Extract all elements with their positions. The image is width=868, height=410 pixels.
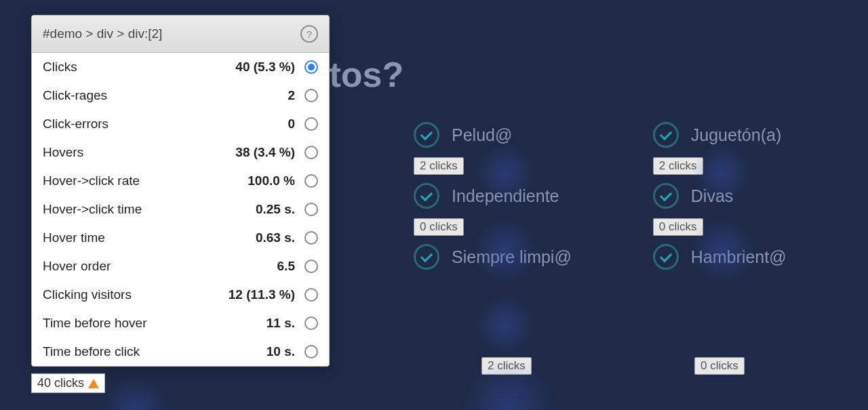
css-selector-path: #demo > div > div:[2] [43,26,162,41]
metric-radio[interactable] [304,288,318,302]
feature-label: Siempre limpi@ [452,247,572,267]
metric-value: 100.0 % [248,173,295,188]
metric-label: Hovers [43,145,235,160]
check-icon [414,244,439,270]
click-count-badge: 2 clicks [653,157,703,175]
feature-label: Divas [691,186,734,206]
metric-row[interactable]: Hovers38 (3.4 %) [32,138,329,167]
metric-radio[interactable] [304,345,318,358]
metric-radio[interactable] [304,231,318,245]
feature-item-jugueton[interactable]: Juguetón(a) [653,122,787,148]
selected-element-badge: 40 clicks [31,373,105,393]
metric-value: 6.5 [277,259,295,274]
feature-label: Pelud@ [452,125,512,145]
metric-row[interactable]: Hover order6.5 [32,252,329,281]
panel-header: #demo > div > div:[2] ? [32,16,329,53]
metric-row[interactable]: Click-rages2 [32,81,329,110]
metric-row[interactable]: Hover time0.63 s. [32,224,329,252]
metric-radio[interactable] [304,60,318,74]
feature-label: Independiente [452,186,559,206]
metric-radio[interactable] [304,146,318,159]
feature-column-2: Juguetón(a) 2 clicks Divas 0 clicks Hamb… [653,122,787,274]
click-count-badge: 2 clicks [414,157,464,175]
metric-label: Time before hover [43,316,267,331]
metric-value: 10 s. [267,344,295,359]
metric-value: 38 (3.4 %) [235,145,295,160]
check-icon [414,122,439,148]
metric-value: 0.25 s. [256,202,295,217]
metric-row[interactable]: Clicking visitors12 (11.3 %) [32,281,329,309]
metrics-panel: #demo > div > div:[2] ? Clicks40 (5.3 %)… [31,15,330,367]
feature-label: Juguetón(a) [691,125,781,145]
metric-value: 2 [288,88,295,103]
metric-radio[interactable] [304,316,318,330]
metric-row[interactable]: Hover->click time0.25 s. [32,195,329,224]
triangle-up-icon [88,379,99,388]
metric-label: Time before click [43,344,267,359]
metric-value: 40 (5.3 %) [235,60,295,75]
metric-label: Hover->click time [43,202,256,217]
metric-radio[interactable] [304,203,318,216]
metric-value: 0.63 s. [256,230,295,245]
click-count-badge: 0 clicks [653,218,703,236]
metric-row[interactable]: Hover->click rate100.0 % [32,167,329,195]
click-count-badge: 0 clicks [414,218,464,236]
metric-row[interactable]: Time before hover11 s. [32,309,329,337]
feature-item-siempre-limpio[interactable]: 0 clicks Siempre limpi@ [414,244,572,270]
metric-radio[interactable] [304,174,318,188]
metric-label: Click-errors [43,117,288,131]
metric-label: Click-rages [43,88,288,103]
metric-radio[interactable] [304,117,318,131]
check-icon [653,244,679,270]
metric-radio[interactable] [304,89,318,102]
click-count-badge: 2 clicks [481,357,532,375]
metric-row[interactable]: Click-errors0 [32,110,329,138]
feature-item-divas[interactable]: 2 clicks Divas [653,183,787,209]
metric-label: Hover order [43,259,277,274]
badge-text: 40 clicks [37,376,84,390]
metric-value: 11 s. [267,316,295,331]
help-icon[interactable]: ? [300,25,318,43]
metrics-list: Clicks40 (5.3 %)Click-rages2Click-errors… [32,53,329,366]
metric-row[interactable]: Clicks40 (5.3 %) [32,53,329,81]
feature-label: Hambrient@ [691,247,787,267]
metric-label: Hover time [43,230,256,245]
metric-radio[interactable] [304,260,318,273]
metric-label: Clicks [43,60,235,75]
metric-label: Clicking visitors [43,287,229,302]
metric-value: 0 [288,117,295,131]
metric-label: Hover->click rate [43,173,248,188]
feature-item-hambriento[interactable]: 0 clicks Hambrient@ [653,244,787,270]
metric-row[interactable]: Time before click10 s. [32,337,329,366]
check-icon [414,183,439,209]
check-icon [653,183,679,209]
feature-item-peludo[interactable]: Pelud@ [414,122,572,148]
check-icon [653,122,679,148]
click-count-badge: 0 clicks [694,357,745,375]
feature-column-1: Pelud@ 2 clicks Independiente 0 clicks S… [414,122,572,274]
feature-item-independiente[interactable]: 2 clicks Independiente [414,183,572,209]
metric-value: 12 (11.3 %) [229,287,295,302]
